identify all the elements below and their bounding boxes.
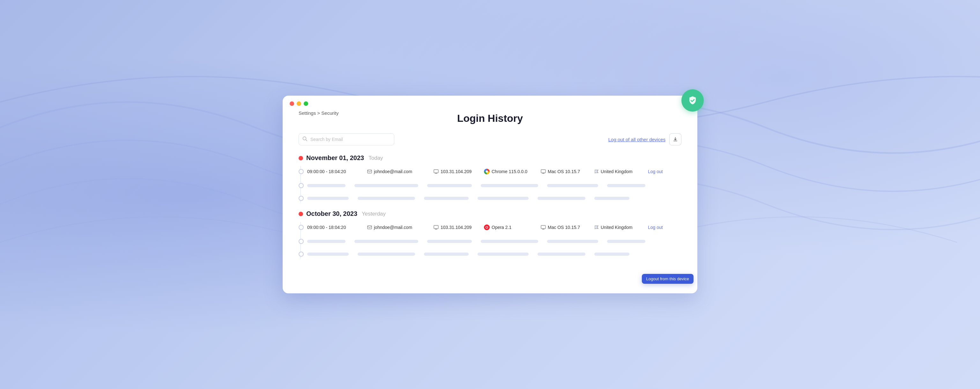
skeleton-bar: [538, 197, 585, 200]
svg-rect-10: [368, 226, 372, 229]
svg-rect-3: [434, 170, 438, 173]
sections-container: November 01, 2023 Today 09:00:00 - 18:04…: [299, 154, 681, 258]
download-icon: [673, 137, 678, 142]
traffic-lights: [283, 96, 697, 110]
skeleton-bar: [547, 240, 598, 243]
svg-line-1: [306, 140, 307, 141]
logout-all-button[interactable]: Log out of all other devices: [608, 137, 665, 142]
skeleton-bar: [607, 240, 645, 243]
session-ip: 103.31.104.209: [434, 225, 475, 230]
top-bar: Log out of all other devices: [299, 133, 681, 145]
traffic-light-red[interactable]: [290, 102, 294, 106]
skeleton-bar: [358, 197, 415, 200]
skeleton-bar: [594, 197, 629, 200]
page-title: Login History: [299, 113, 681, 124]
timeline-0: 09:00:00 - 18:04:20 johndoe@mail.com 103…: [301, 166, 681, 202]
date-header-1: October 30, 2023 Yesterday: [299, 210, 681, 218]
monitor-icon: [434, 225, 439, 230]
search-input[interactable]: [299, 133, 394, 145]
skeleton-bar: [481, 184, 538, 187]
timeline-item: [307, 194, 681, 202]
skeleton-bar: [477, 252, 528, 256]
shield-badge: [681, 89, 704, 111]
date-dot: [299, 212, 303, 216]
session-browser: Chrome 115.0.0.0: [484, 169, 532, 175]
date-section-0: November 01, 2023 Today 09:00:00 - 18:04…: [299, 154, 681, 202]
skeleton-bar: [355, 184, 418, 187]
logout-tooltip: Logout from this device: [642, 274, 694, 284]
skeleton-bar: [594, 252, 629, 256]
svg-rect-14: [541, 225, 546, 229]
skeleton-bar: [307, 184, 345, 187]
flag-icon: [594, 170, 599, 173]
search-wrapper: [299, 133, 394, 145]
skeleton-row: [307, 181, 681, 190]
traffic-light-yellow[interactable]: [297, 102, 301, 106]
timeline-data-row: 09:00:00 - 18:04:20 johndoe@mail.com 103…: [307, 166, 681, 177]
shield-icon: [687, 95, 698, 106]
session-time: 09:00:00 - 18:04:20: [307, 169, 358, 174]
opera-icon: O: [484, 224, 490, 230]
timeline-item: 09:00:00 - 18:04:20 johndoe@mail.com 103…: [307, 222, 681, 233]
monitor-icon: [434, 169, 439, 174]
svg-rect-6: [541, 170, 546, 173]
flag-icon: [594, 225, 599, 229]
skeleton-row: [307, 237, 681, 246]
skeleton-bar: [607, 184, 645, 187]
os-monitor-icon: [541, 225, 546, 230]
traffic-light-green[interactable]: [304, 102, 308, 106]
date-dot: [299, 156, 303, 160]
skeleton-bar: [538, 252, 585, 256]
session-logout-button[interactable]: Log out: [648, 225, 663, 230]
timeline-item: [307, 237, 681, 246]
date-relative: Today: [369, 155, 383, 161]
top-actions: Log out of all other devices: [608, 133, 681, 145]
date-relative: Yesterday: [362, 211, 386, 217]
session-country: United Kingdom: [594, 225, 639, 230]
date-header-0: November 01, 2023 Today: [299, 154, 681, 162]
timeline-item: [307, 181, 681, 190]
mail-icon: [367, 170, 372, 173]
timeline-1: 09:00:00 - 18:04:20 johndoe@mail.com 103…: [301, 222, 681, 258]
chrome-icon: [484, 169, 490, 175]
skeleton-bar: [307, 197, 349, 200]
session-email: johndoe@mail.com: [367, 225, 425, 230]
session-os: Mac OS 10.15.7: [541, 169, 585, 174]
download-button[interactable]: [669, 133, 681, 145]
session-email: johndoe@mail.com: [367, 169, 425, 174]
skeleton-row: [307, 194, 681, 202]
skeleton-bar: [427, 184, 472, 187]
svg-rect-2: [368, 170, 372, 173]
skeleton-bar: [358, 252, 415, 256]
main-window: Settings > Security Login History Log ou…: [283, 96, 697, 293]
session-browser: O Opera 2.1: [484, 224, 532, 230]
session-country: United Kingdom: [594, 169, 639, 174]
skeleton-bar: [547, 184, 598, 187]
skeleton-bar: [307, 252, 349, 256]
timeline-item: [307, 250, 681, 258]
skeleton-bar: [427, 240, 472, 243]
mail-icon: [367, 225, 372, 229]
skeleton-bar: [424, 252, 469, 256]
skeleton-bar: [481, 240, 538, 243]
date-label: October 30, 2023: [306, 210, 357, 218]
timeline-item: 09:00:00 - 18:04:20 johndoe@mail.com 103…: [307, 166, 681, 177]
session-os: Mac OS 10.15.7: [541, 225, 585, 230]
date-label: November 01, 2023: [306, 154, 364, 162]
skeleton-bar: [307, 240, 345, 243]
session-logout-button[interactable]: Log out: [648, 169, 663, 174]
date-section-1: October 30, 2023 Yesterday 09:00:00 - 18…: [299, 210, 681, 258]
session-ip: 103.31.104.209: [434, 169, 475, 174]
svg-rect-11: [434, 225, 438, 229]
timeline-data-row: 09:00:00 - 18:04:20 johndoe@mail.com 103…: [307, 222, 681, 233]
skeleton-row: [307, 250, 681, 258]
skeleton-bar: [355, 240, 418, 243]
skeleton-bar: [424, 197, 469, 200]
skeleton-bar: [477, 197, 528, 200]
search-icon: [302, 137, 307, 143]
session-time: 09:00:00 - 18:04:20: [307, 225, 358, 230]
os-monitor-icon: [541, 169, 546, 174]
